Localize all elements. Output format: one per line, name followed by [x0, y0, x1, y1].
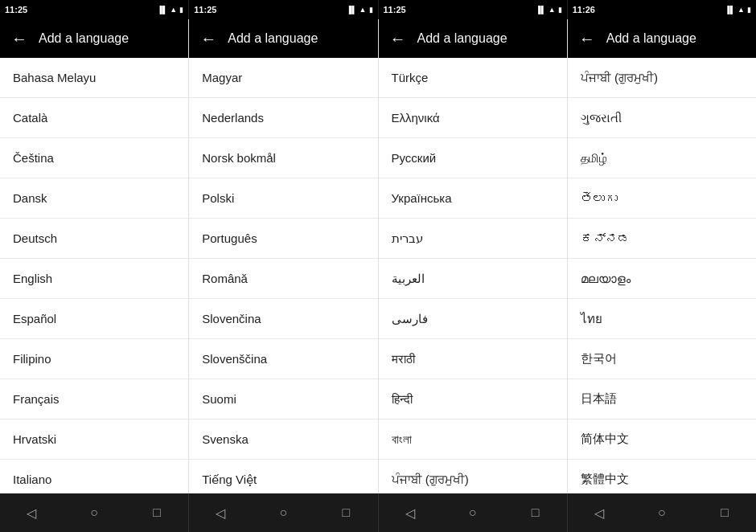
back-button-1[interactable]: ← — [195, 26, 221, 51]
lang-text-2-3: Українська — [392, 191, 452, 205]
lang-item-0-10[interactable]: Italiano — [0, 460, 188, 493]
lang-text-1-10: Tiếng Việt — [202, 473, 257, 487]
lang-item-1-3[interactable]: Polski — [189, 178, 377, 219]
lang-item-1-8[interactable]: Suomi — [189, 379, 377, 419]
toolbar-1: ← Add a language — [189, 19, 377, 58]
lang-item-2-2[interactable]: Русский — [379, 138, 567, 178]
panel-1: ← Add a language MagyarNederlandsNorsk b… — [189, 19, 378, 493]
lang-item-2-1[interactable]: Ελληνικά — [379, 98, 567, 138]
lang-item-0-5[interactable]: English — [0, 259, 188, 299]
lang-item-2-9[interactable]: বাংলা — [379, 419, 567, 460]
lang-text-2-4: עברית — [392, 231, 423, 246]
lang-text-0-2: Čeština — [13, 151, 54, 165]
nav-home-0[interactable]: ○ — [78, 497, 110, 529]
lang-item-0-6[interactable]: Español — [0, 299, 188, 339]
lang-item-0-2[interactable]: Čeština — [0, 138, 188, 178]
nav-home-2[interactable]: ○ — [457, 497, 489, 529]
lang-item-0-1[interactable]: Català — [0, 98, 188, 138]
language-list-0: Bahasa MelayuCatalàČeštinaDanskDeutschEn… — [0, 58, 188, 493]
status-bar: 11:25 ▐▌ ▲ ▮ 11:25 ▐▌ ▲ ▮ 11:25 ▐▌ ▲ ▮ 1… — [0, 0, 756, 19]
lang-text-2-9: বাংলা — [392, 432, 412, 447]
lang-text-3-1: ગુજરાતી — [581, 111, 622, 125]
lang-item-0-4[interactable]: Deutsch — [0, 219, 188, 259]
lang-item-1-5[interactable]: Română — [189, 259, 377, 299]
lang-item-3-7[interactable]: 한국어 — [568, 339, 756, 379]
back-button-0[interactable]: ← — [6, 26, 32, 51]
status-segment-2: 11:25 ▐▌ ▲ ▮ — [379, 0, 568, 19]
status-segment-0: 11:25 ▐▌ ▲ ▮ — [0, 0, 189, 19]
lang-text-2-6: فارسی — [392, 312, 428, 326]
lang-item-1-4[interactable]: Português — [189, 219, 377, 259]
lang-text-0-10: Italiano — [13, 473, 51, 486]
lang-item-3-3[interactable]: తెలుగు — [568, 178, 756, 219]
lang-item-3-4[interactable]: ಕನ್ನಡ — [568, 219, 756, 259]
language-list-2: TürkçeΕλληνικάРусскийУкраїнськаעבריתالعر… — [379, 58, 567, 493]
lang-text-0-6: Español — [13, 312, 56, 325]
lang-text-3-3: తెలుగు — [581, 191, 618, 205]
lang-item-0-8[interactable]: Français — [0, 379, 188, 419]
lang-item-0-3[interactable]: Dansk — [0, 178, 188, 219]
lang-text-0-4: Deutsch — [13, 231, 57, 245]
lang-item-0-7[interactable]: Filipino — [0, 339, 188, 379]
wifi-icon-3: ▲ — [738, 6, 745, 14]
lang-item-2-7[interactable]: मराठी — [379, 339, 567, 379]
lang-text-1-6: Slovenčina — [202, 312, 261, 325]
lang-item-0-9[interactable]: Hrvatski — [0, 419, 188, 460]
nav-recent-2[interactable]: □ — [520, 497, 552, 529]
nav-recent-1[interactable]: □ — [330, 497, 362, 529]
back-button-2[interactable]: ← — [385, 26, 411, 51]
lang-item-2-10[interactable]: ਪੰਜਾਬੀ (ਗੁਰਮੁਖੀ) — [379, 460, 567, 493]
lang-item-1-1[interactable]: Nederlands — [189, 98, 377, 138]
back-button-3[interactable]: ← — [574, 26, 600, 51]
lang-item-2-6[interactable]: فارسی — [379, 299, 567, 339]
lang-text-0-8: Français — [13, 392, 60, 406]
nav-home-1[interactable]: ○ — [267, 497, 299, 529]
lang-item-1-10[interactable]: Tiếng Việt — [189, 460, 377, 493]
nav-recent-0[interactable]: □ — [141, 497, 173, 529]
lang-text-0-9: Hrvatski — [13, 432, 56, 446]
signal-icon-0: ▐▌ — [158, 6, 168, 14]
nav-bar: ◁ ○ □ ◁ ○ □ ◁ ○ □ ◁ ○ □ — [0, 493, 756, 532]
lang-text-2-10: ਪੰਜਾਬੀ (ਗੁਰਮੁਖੀ) — [392, 473, 469, 487]
status-time-3: 11:26 — [573, 5, 595, 14]
status-icons-0: ▐▌ ▲ ▮ — [158, 6, 184, 14]
lang-item-3-6[interactable]: ไทย — [568, 299, 756, 339]
toolbar-3: ← Add a language — [568, 19, 756, 58]
lang-item-1-2[interactable]: Norsk bokmål — [189, 138, 377, 178]
lang-item-2-5[interactable]: العربية — [379, 259, 567, 299]
lang-item-1-0[interactable]: Magyar — [189, 58, 377, 98]
lang-text-1-4: Português — [202, 231, 257, 245]
nav-back-2[interactable]: ◁ — [394, 497, 426, 529]
lang-item-2-3[interactable]: Українська — [379, 178, 567, 219]
panel-3: ← Add a language ਪੰਜਾਬੀ (ਗੁਰਮੁਖੀ)ગુજરાતી… — [568, 19, 756, 493]
nav-back-3[interactable]: ◁ — [583, 497, 615, 529]
lang-item-3-8[interactable]: 日本語 — [568, 379, 756, 419]
lang-item-0-0[interactable]: Bahasa Melayu — [0, 58, 188, 98]
lang-item-3-10[interactable]: 繁體中文 — [568, 460, 756, 493]
nav-recent-3[interactable]: □ — [709, 497, 741, 529]
lang-item-1-9[interactable]: Svenska — [189, 419, 377, 460]
lang-text-0-3: Dansk — [13, 191, 47, 205]
lang-text-2-8: हिन्दी — [392, 392, 413, 407]
lang-item-2-0[interactable]: Türkçe — [379, 58, 567, 98]
status-time-0: 11:25 — [5, 5, 27, 14]
lang-item-3-1[interactable]: ગુજરાતી — [568, 98, 756, 138]
lang-item-3-2[interactable]: தமிழ் — [568, 138, 756, 178]
toolbar-title-0: Add a language — [39, 31, 182, 46]
lang-item-1-6[interactable]: Slovenčina — [189, 299, 377, 339]
lang-item-3-9[interactable]: 简体中文 — [568, 419, 756, 460]
lang-item-3-0[interactable]: ਪੰਜਾਬੀ (ਗੁਰਮੁਖੀ) — [568, 58, 756, 98]
nav-back-0[interactable]: ◁ — [15, 497, 47, 529]
status-icons-1: ▐▌ ▲ ▮ — [347, 6, 373, 14]
lang-text-3-2: தமிழ் — [581, 151, 607, 166]
lang-item-1-7[interactable]: Slovenščina — [189, 339, 377, 379]
lang-item-3-5[interactable]: മലയാളം — [568, 259, 756, 299]
lang-item-2-4[interactable]: עברית — [379, 219, 567, 259]
signal-icon-2: ▐▌ — [536, 6, 546, 14]
lang-text-3-8: 日本語 — [581, 391, 617, 407]
toolbar-title-3: Add a language — [606, 31, 750, 46]
nav-home-3[interactable]: ○ — [646, 497, 678, 529]
lang-item-2-8[interactable]: हिन्दी — [379, 379, 567, 419]
toolbar-title-2: Add a language — [417, 31, 561, 46]
nav-back-1[interactable]: ◁ — [204, 497, 236, 529]
